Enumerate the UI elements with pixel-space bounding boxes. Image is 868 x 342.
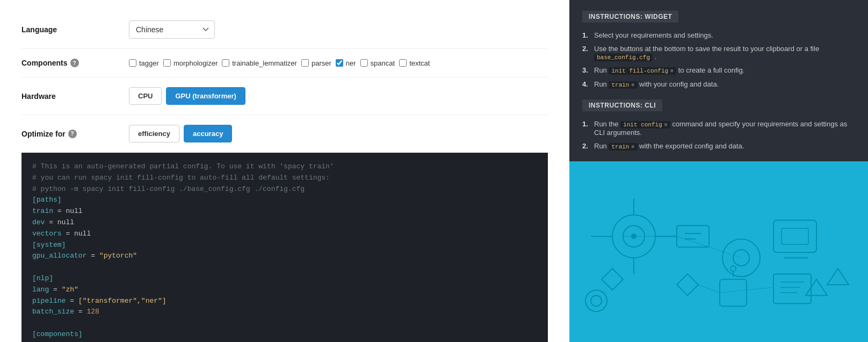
optimize-help-icon[interactable]: ? — [68, 130, 77, 138]
trainable-lemmatizer-checkbox[interactable] — [222, 59, 229, 67]
hardware-label: Hardware — [21, 92, 129, 101]
svg-marker-26 — [806, 279, 827, 295]
cli-title: INSTRUCTIONS: CLI — [582, 99, 662, 111]
code-line-2: # you can run spacy init fill-config to … — [32, 173, 537, 184]
pattern-svg — [569, 161, 868, 342]
component-spancat[interactable]: spancat — [360, 59, 395, 67]
accuracy-button[interactable]: accuracy — [184, 125, 232, 142]
hardware-control: CPU GPU (transformer) — [129, 87, 548, 105]
code-line-10 — [32, 262, 537, 273]
tagger-checkbox[interactable] — [129, 59, 136, 67]
gpu-transformer-button[interactable]: GPU (transformer) — [166, 87, 245, 105]
language-select[interactable]: Chinese English German French Spanish — [129, 20, 215, 39]
code-line-6: dev = null — [32, 217, 537, 229]
component-textcat[interactable]: textcat — [399, 59, 430, 67]
parser-checkbox[interactable] — [301, 59, 309, 67]
cyan-banner: CSDN @咸蒜蒜 — [569, 161, 868, 342]
components-help-icon[interactable]: ? — [70, 59, 79, 67]
component-tagger[interactable]: tagger — [129, 59, 159, 67]
component-parser[interactable]: parser — [301, 59, 331, 67]
widget-title: INSTRUCTIONS: WIDGET — [582, 11, 678, 23]
optimize-row: Optimize for ? efficiency accuracy — [21, 115, 548, 153]
cli-step-2: 2. Run train ≡ with the exported config … — [582, 142, 855, 151]
spancat-checkbox[interactable] — [360, 59, 368, 67]
code-editor[interactable]: # This is an auto-generated partial conf… — [21, 153, 548, 342]
components-label: Components ? — [21, 59, 129, 67]
component-ner[interactable]: ner — [336, 59, 356, 67]
widget-steps: 1. Select your requirements and settings… — [582, 31, 855, 89]
components-control: tagger morphologizer trainable_lemmatize… — [129, 59, 548, 67]
code-line-8: [system] — [32, 240, 537, 251]
right-panel: INSTRUCTIONS: WIDGET 1. Select your requ… — [569, 0, 868, 342]
code-line-16: [components] — [32, 329, 537, 340]
code-line-11: [nlp] — [32, 273, 537, 284]
svg-marker-27 — [827, 268, 849, 284]
instructions-cli: INSTRUCTIONS: CLI 1. Run the init config… — [569, 99, 868, 161]
svg-rect-18 — [773, 274, 811, 303]
widget-step-1: 1. Select your requirements and settings… — [582, 31, 855, 39]
optimize-label: Optimize for ? — [21, 130, 129, 138]
widget-step-3: 3. Run init fill-config ≡ to create a fu… — [582, 66, 855, 75]
efficiency-button[interactable]: efficiency — [129, 125, 179, 142]
left-panel: Language Chinese English German French S… — [0, 0, 569, 342]
code-line-3: # python -m spacy init fill-config ./bas… — [32, 184, 537, 195]
code-line-1: # This is an auto-generated partial conf… — [32, 161, 537, 173]
svg-point-28 — [585, 290, 607, 311]
svg-point-17 — [730, 266, 736, 271]
code-line-15 — [32, 318, 537, 329]
svg-line-25 — [698, 284, 720, 293]
widget-step-4: 4. Run train ≡ with your config and data… — [582, 80, 855, 89]
svg-rect-12 — [773, 220, 816, 252]
language-label: Language — [21, 25, 129, 34]
code-line-13: pipeline = ["transformer","ner"] — [32, 296, 537, 307]
instructions-widget: INSTRUCTIONS: WIDGET 1. Select your requ… — [569, 0, 868, 99]
hardware-row: Hardware CPU GPU (transformer) — [21, 77, 548, 115]
code-line-7: vectors = null — [32, 229, 537, 240]
code-line-4: [paths] — [32, 195, 537, 206]
code-line-12: lang = "zh" — [32, 284, 537, 296]
code-line-14: batch_size = 128 — [32, 307, 537, 318]
svg-rect-7 — [677, 225, 709, 247]
language-control: Chinese English German French Spanish — [129, 20, 548, 39]
component-trainable-lemmatizer[interactable]: trainable_lemmatizer — [222, 59, 297, 67]
code-line-5: train = null — [32, 206, 537, 217]
cli-step-1: 1. Run the init config ≡ command and spe… — [582, 120, 855, 137]
components-row: Components ? tagger morphologizer traina… — [21, 49, 548, 77]
cpu-button[interactable]: CPU — [129, 87, 162, 105]
widget-step-2: 2. Use the buttons at the bottom to save… — [582, 45, 855, 61]
svg-rect-13 — [782, 228, 808, 244]
morphologizer-checkbox[interactable] — [163, 59, 171, 67]
ner-checkbox[interactable] — [336, 59, 343, 67]
code-line-9: gpu_allocator = "pytorch" — [32, 251, 537, 262]
component-morphologizer[interactable]: morphologizer — [163, 59, 218, 67]
textcat-checkbox[interactable] — [399, 59, 407, 67]
optimize-control: efficiency accuracy — [129, 125, 548, 142]
language-row: Language Chinese English German French S… — [21, 11, 548, 49]
cli-steps: 1. Run the init config ≡ command and spe… — [582, 120, 855, 151]
svg-point-29 — [591, 295, 602, 306]
